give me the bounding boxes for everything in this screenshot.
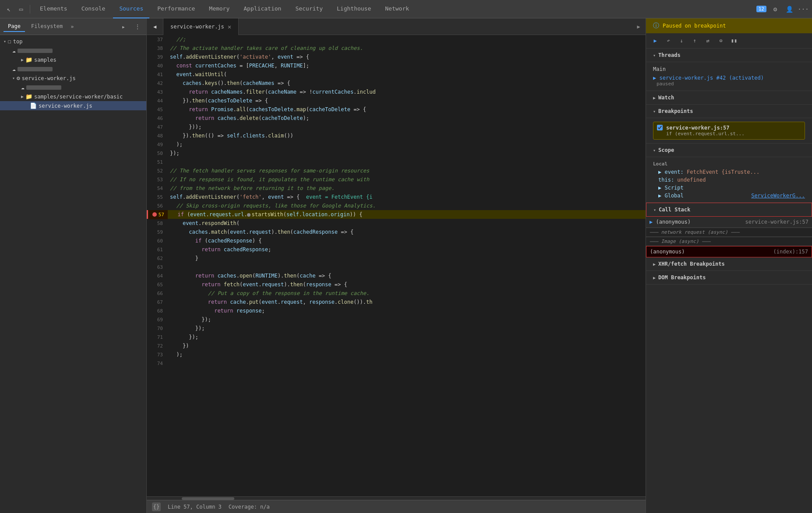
- scrollbar-thumb[interactable]: [182, 497, 234, 500]
- editor-scrollbar[interactable]: [147, 496, 646, 500]
- bp-arrow: ▾: [653, 109, 656, 114]
- editor-tab-sw[interactable]: service-worker.js ✕: [163, 18, 239, 35]
- tree-item-cloud3[interactable]: ☁: [0, 83, 146, 92]
- threads-label: Threads: [658, 52, 681, 58]
- settings-icon[interactable]: ⚙: [770, 4, 780, 14]
- tree-item-sw-folder[interactable]: ▶ 📁 samples/service-worker/basic: [0, 92, 146, 101]
- file-icon-sw: 📄: [30, 102, 37, 109]
- profile-icon[interactable]: 👤: [784, 4, 794, 14]
- scope-script-item[interactable]: ▶ Script: [653, 184, 805, 192]
- scope-global-key: ▶ Global: [658, 193, 684, 199]
- tab-lighthouse[interactable]: Lighthouse: [331, 0, 377, 18]
- resume-button[interactable]: ▶: [650, 35, 661, 46]
- xhr-section-header[interactable]: ▶ XHR/fetch Breakpoints: [646, 257, 812, 271]
- more-icon[interactable]: ···: [798, 4, 808, 14]
- editor-tabs: ◀ service-worker.js ✕ ▶: [147, 18, 646, 35]
- tab-memory[interactable]: Memory: [203, 0, 236, 18]
- tree-item-top[interactable]: ▾ ☐ top: [0, 37, 146, 46]
- code-line-64: 64 return caches.open(RUNTIME).then(cach…: [147, 271, 646, 280]
- scope-section-header[interactable]: ▾ Scope: [646, 144, 812, 157]
- scope-global-item[interactable]: ▶ Global ServiceWorkerG...: [653, 192, 805, 200]
- editor-tab-label: service-worker.js: [170, 24, 224, 30]
- device-icon[interactable]: ▭: [16, 4, 26, 14]
- format-label: {}: [153, 504, 159, 510]
- scope-event-key: ▶ event:: [658, 169, 684, 175]
- code-line-42: 42 caches.keys().then(cacheNames => {: [147, 79, 646, 88]
- tree-label-blurred-1: [18, 49, 53, 53]
- tab-sources[interactable]: Sources: [113, 0, 149, 18]
- collapse-icon[interactable]: ▸: [118, 21, 129, 32]
- breakpoint-item-1[interactable]: service-worker.js:57 if (event.request.u…: [653, 122, 805, 140]
- collapse-editor-icon[interactable]: ◀: [147, 18, 163, 35]
- code-editor[interactable]: 37 //; 38 // The activate handler takes …: [147, 35, 646, 496]
- code-line-40: 40 const currentCaches = [PRECACHE, RUNT…: [147, 61, 646, 70]
- scope-event-item[interactable]: ▶ event: FetchEvent {isTruste...: [653, 168, 805, 176]
- scope-label: Scope: [658, 147, 674, 153]
- step-into-button[interactable]: ↓: [676, 35, 687, 46]
- step-button[interactable]: ⇄: [702, 35, 713, 46]
- code-line-48: 48 }).then(() => self.clients.claim()): [147, 131, 646, 140]
- gear-icon-sw: ⚙: [17, 75, 20, 81]
- tree-item-cloud1[interactable]: ☁: [0, 46, 146, 55]
- tree-arrow-samples: ▶: [21, 57, 24, 62]
- folder-icon-samples: 📁: [25, 56, 32, 63]
- watch-label: Watch: [658, 95, 674, 101]
- breakpoints-section-header[interactable]: ▾ Breakpoints: [646, 105, 812, 118]
- tree-item-cloud2[interactable]: ☁: [0, 64, 146, 74]
- tab-performance[interactable]: Performance: [151, 0, 201, 18]
- watch-section-header[interactable]: ▶ Watch: [646, 91, 812, 105]
- dom-section-header[interactable]: ▶ DOM Breakpoints: [646, 271, 812, 285]
- code-line-71: 71 });: [147, 333, 646, 341]
- paused-label: Paused on breakpoint: [663, 23, 726, 29]
- tab-network[interactable]: Network: [379, 0, 415, 18]
- code-line-73: 73 );: [147, 350, 646, 359]
- scope-global-val[interactable]: ServiceWorkerG...: [751, 193, 805, 199]
- left-more-icon[interactable]: ⋮: [132, 21, 143, 32]
- tab-elements[interactable]: Elements: [34, 0, 74, 18]
- callstack-loc-1: service-worker.js:57: [745, 219, 809, 225]
- callstack-section-header[interactable]: ▾ Call Stack: [646, 203, 812, 217]
- play-icon[interactable]: ▶: [632, 20, 646, 34]
- tree-item-sw-root[interactable]: ▾ ⚙ service-worker.js: [0, 74, 146, 83]
- tree-arrow-sw-folder: ▶: [21, 94, 24, 99]
- threads-section-header[interactable]: ▾ Threads: [646, 49, 812, 62]
- folder-icon-sw: 📁: [25, 93, 32, 100]
- code-line-38: 38 // The activate handler takes care of…: [147, 44, 646, 53]
- tree-arrow-sw: ▾: [12, 76, 15, 81]
- code-line-66: 66 // Put a copy of the response in the …: [147, 289, 646, 298]
- bp-checkbox-1[interactable]: [657, 125, 663, 130]
- pause-async-button[interactable]: ▮▮: [728, 35, 740, 46]
- bottom-bar: {} Line 57, Column 3 Coverage: n/a: [147, 500, 646, 513]
- deactivate-button[interactable]: ⊖: [715, 35, 727, 46]
- tree-item-samples[interactable]: ▶ 📁 samples: [0, 55, 146, 64]
- code-line-47: 47 }));: [147, 123, 646, 131]
- close-tab-icon[interactable]: ✕: [228, 23, 231, 30]
- tree-item-sw-file[interactable]: 📄 service-worker.js: [0, 101, 146, 110]
- tab-console[interactable]: Console: [75, 0, 112, 18]
- step-out-button[interactable]: ↑: [689, 35, 700, 46]
- tab-application[interactable]: Application: [237, 0, 287, 18]
- thread-sw[interactable]: ▶ service-worker.js #42 (activated) paus…: [653, 74, 805, 88]
- scope-script-key: ▶ Script: [658, 185, 684, 191]
- more-tabs-icon[interactable]: »: [71, 24, 74, 30]
- callstack-item-anon1[interactable]: ▶ (anonymous) service-worker.js:57: [646, 217, 812, 228]
- scope-this-item[interactable]: this: undefined: [653, 176, 805, 184]
- thread-main[interactable]: Main: [653, 65, 805, 74]
- threads-arrow: ▾: [653, 53, 656, 58]
- code-line-68: 68 return response;: [147, 306, 646, 315]
- tab-filesystem[interactable]: Filesystem: [27, 21, 67, 32]
- step-over-button[interactable]: ↷: [663, 35, 674, 46]
- right-panel: ⓘ Paused on breakpoint ▶ ↷ ↓ ↑ ⇄ ⊖ ▮▮ ▾ …: [646, 18, 812, 513]
- scope-arrow: ▾: [653, 148, 656, 153]
- format-icon[interactable]: {}: [152, 502, 161, 511]
- code-line-63: 63: [147, 263, 646, 271]
- callstack-item-anon2[interactable]: (anonymous) (index):157: [646, 246, 812, 257]
- pointer-icon[interactable]: ↖: [4, 4, 14, 14]
- code-line-51: 51: [147, 158, 646, 166]
- tab-page[interactable]: Page: [4, 21, 25, 32]
- tab-security[interactable]: Security: [289, 0, 329, 18]
- breakpoints-label: Breakpoints: [658, 108, 693, 114]
- code-line-57: 57 if (event.request.url.startsWith(self…: [147, 210, 646, 219]
- debug-toolbar: ▶ ↷ ↓ ↑ ⇄ ⊖ ▮▮: [646, 33, 812, 49]
- tree-label-sw-root: service-worker.js: [22, 75, 76, 81]
